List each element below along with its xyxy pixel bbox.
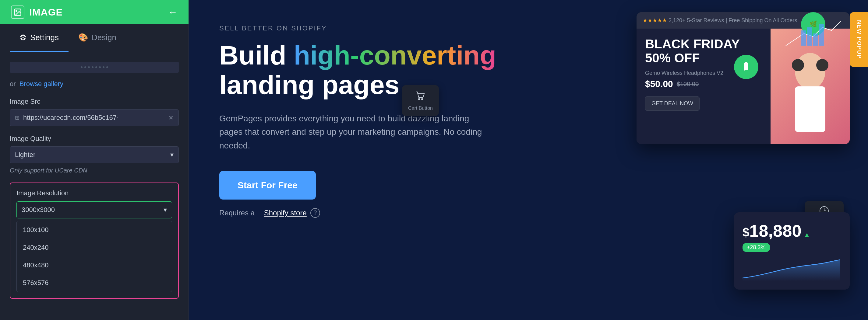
resolution-option-480[interactable]: 480x480 xyxy=(17,256,172,274)
price-main: $50.00 xyxy=(645,79,673,89)
svg-point-4 xyxy=(792,59,804,71)
quality-chevron: ▾ xyxy=(170,151,174,159)
preview-dot xyxy=(81,66,83,68)
shopify-store-link[interactable]: Shopify store xyxy=(264,209,307,217)
svg-point-13 xyxy=(422,99,423,100)
separator: | xyxy=(726,17,727,24)
preview-dot xyxy=(84,66,86,68)
svg-rect-3 xyxy=(795,86,825,132)
cta-row: Start For Free xyxy=(219,171,838,200)
tab-settings[interactable]: ⚙ Settings xyxy=(10,24,68,52)
resolution-option-100[interactable]: 100x100 xyxy=(17,221,172,239)
analytics-chart xyxy=(783,15,844,52)
svg-point-1 xyxy=(16,10,17,11)
stars: ★★★★★ xyxy=(643,17,667,24)
design-icon: 🎨 xyxy=(78,33,88,42)
price-row: $50.00 $100.00 xyxy=(645,79,762,89)
preview-dot xyxy=(95,66,97,68)
resolution-section: Image Resolution 3000x3000 ▾ 100x100 240… xyxy=(10,182,179,299)
heading-prefix: Build xyxy=(219,40,293,70)
image-src-value: https://ucarecdn.com/56b5c167· xyxy=(23,114,119,122)
resolution-option-576[interactable]: 576x576 xyxy=(17,274,172,292)
right-panel: SELL BETTER ON SHOPIFY Build high-conver… xyxy=(189,0,868,320)
tab-design-label: Design xyxy=(92,33,116,42)
link-icon: ⊞ xyxy=(15,114,20,121)
input-inner: ⊞ https://ucarecdn.com/56b5c167· xyxy=(15,114,168,122)
svg-rect-8 xyxy=(801,30,806,46)
image-quality-select[interactable]: Lighter ▾ xyxy=(10,146,179,163)
resolution-select[interactable]: 3000x3000 ▾ xyxy=(17,201,172,218)
quality-value: Lighter xyxy=(15,151,35,159)
preview-dot xyxy=(92,66,93,68)
preview-dot xyxy=(88,66,90,68)
panel-title: IMAGE xyxy=(29,7,63,18)
browse-prefix: or xyxy=(10,80,16,87)
resolution-chevron: ▾ xyxy=(163,206,167,214)
requires-prefix: Requires a xyxy=(219,209,255,217)
input-clear-button[interactable]: ✕ xyxy=(168,114,174,121)
back-arrow-button[interactable]: ← xyxy=(168,7,178,18)
deal-button[interactable]: GET DEAL NOW xyxy=(645,97,700,111)
stats-badge: +28.3% xyxy=(743,243,770,252)
panel-tabs: ⚙ Settings 🎨 Design xyxy=(0,24,188,52)
stats-currency: $ xyxy=(743,226,749,239)
panel-header: IMAGE ← xyxy=(0,0,188,24)
cdn-note: Only support for UCare CDN xyxy=(10,167,179,174)
image-src-input[interactable]: ⊞ https://ucarecdn.com/56b5c167· ✕ xyxy=(10,109,179,126)
resolution-option-240[interactable]: 240x240 xyxy=(17,239,172,256)
card-header-left: ★★★★★ 2,120+ 5-Star Reviews | Free Shipp… xyxy=(643,17,797,24)
shopify-badge xyxy=(734,55,758,79)
resolution-label: Image Resolution xyxy=(17,189,172,197)
stats-row: $18,880▲ xyxy=(743,221,841,241)
new-popup-widget: NEW POPUP xyxy=(850,12,868,67)
reviews-text: 2,120+ 5-Star Reviews xyxy=(669,17,724,24)
left-panel: IMAGE ← ⚙ Settings 🎨 Design or Browse ga… xyxy=(0,0,189,320)
resolution-value: 3000x3000 xyxy=(22,206,55,214)
tab-settings-label: Settings xyxy=(30,33,59,42)
heading-suffix: landing pages xyxy=(219,70,400,100)
start-for-free-button[interactable]: Start For Free xyxy=(219,171,316,200)
stats-value: 18,880 xyxy=(749,221,801,240)
stats-up-icon: ▲ xyxy=(804,231,810,238)
browse-gallery-link[interactable]: Browse gallery xyxy=(20,80,63,87)
panel-content: or Browse gallery Image Src ⊞ https://uc… xyxy=(0,52,188,320)
preview-dot xyxy=(103,66,104,68)
svg-point-5 xyxy=(816,59,828,71)
image-preview-bar xyxy=(10,62,179,73)
tab-design[interactable]: 🎨 Design xyxy=(68,24,126,52)
svg-point-12 xyxy=(418,99,420,100)
image-panel-icon xyxy=(11,5,24,19)
settings-icon: ⚙ xyxy=(20,33,27,42)
preview-dot xyxy=(106,66,108,68)
mini-chart xyxy=(743,257,841,281)
resolution-dropdown: 100x100 240x240 480x480 576x576 xyxy=(17,221,172,292)
price-old: $100.00 xyxy=(677,81,699,87)
image-quality-label: Image Quality xyxy=(10,135,179,143)
svg-rect-10 xyxy=(813,33,818,46)
svg-rect-9 xyxy=(807,27,812,46)
svg-point-2 xyxy=(795,53,825,90)
cart-widget: Cart Button xyxy=(402,85,439,116)
browse-gallery-row: or Browse gallery xyxy=(10,80,179,88)
panel-header-left: IMAGE xyxy=(11,5,63,19)
hero-description: GemPages provides everything you need to… xyxy=(219,112,493,153)
image-src-label: Image Src xyxy=(10,98,179,106)
help-icon[interactable]: ? xyxy=(310,208,320,218)
stats-card: $18,880▲ +28.3% xyxy=(734,212,850,290)
cart-widget-label: Cart Button xyxy=(408,106,433,111)
new-popup-label: NEW POPUP xyxy=(856,20,862,59)
preview-dot xyxy=(99,66,101,68)
card-left: BLACK FRIDAY 50% OFF Gemo Wireless Headp… xyxy=(637,29,771,144)
heading-highlight: high-converting xyxy=(293,40,496,70)
svg-rect-11 xyxy=(819,24,824,46)
cart-icon xyxy=(408,90,433,104)
